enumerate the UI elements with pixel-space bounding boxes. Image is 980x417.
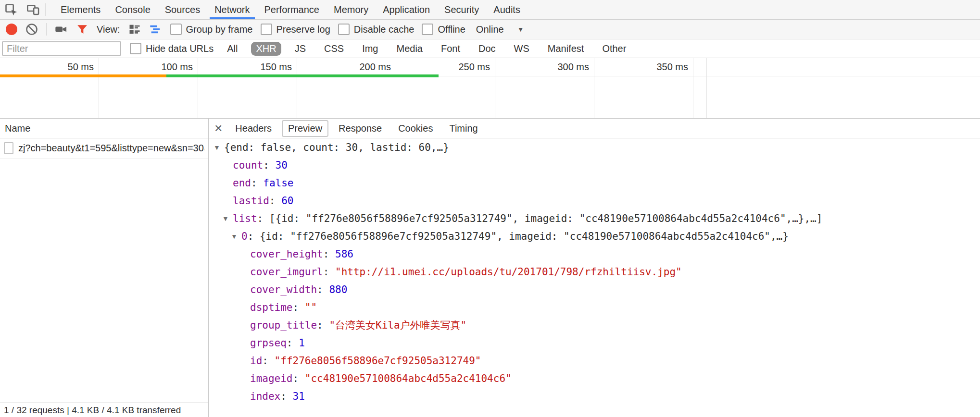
filter-type-other[interactable]: Other xyxy=(597,42,631,56)
preserve-log-checkbox-group[interactable]: Preserve log xyxy=(261,24,330,35)
tab-audits[interactable]: Audits xyxy=(486,0,528,19)
token-name: 0 xyxy=(241,231,248,242)
large-rows-view-icon[interactable] xyxy=(128,23,141,36)
inspect-cursor-icon xyxy=(4,3,18,16)
token-name: dsptime xyxy=(250,302,293,313)
close-icon[interactable]: × xyxy=(214,122,222,135)
filter-type-js[interactable]: JS xyxy=(290,42,311,56)
preview-tree-row: lastid: 60 xyxy=(209,192,980,209)
expand-arrow-icon[interactable]: ▼ xyxy=(231,233,241,240)
summary-bar: 1 / 32 requests | 4.1 KB / 4.1 KB transf… xyxy=(0,403,208,417)
token-num: 586 xyxy=(335,248,353,260)
request-table: Name zj?ch=beauty&t1=595&listtype=new&sn… xyxy=(0,119,209,417)
filter-type-css[interactable]: CSS xyxy=(319,42,349,56)
timeline-overview[interactable]: 50 ms100 ms150 ms200 ms250 ms300 ms350 m… xyxy=(0,58,980,119)
offline-checkbox-group[interactable]: Offline xyxy=(422,24,465,35)
token-name: list xyxy=(233,213,257,224)
token-bool: false xyxy=(263,177,293,189)
filter-type-xhr[interactable]: XHR xyxy=(251,42,281,56)
filter-type-media[interactable]: Media xyxy=(391,42,427,56)
detail-tab-headers[interactable]: Headers xyxy=(229,120,278,137)
token-plain: : xyxy=(287,337,299,349)
overview-band-green xyxy=(166,74,439,77)
inspect-element-button[interactable] xyxy=(0,0,22,19)
filter-funnel-icon[interactable] xyxy=(75,23,89,36)
hide-data-urls-checkbox[interactable] xyxy=(130,43,141,54)
overview-band-orange xyxy=(0,74,166,77)
timeline-tick-label: 50 ms xyxy=(68,61,94,73)
preview-tree-row[interactable]: ▼0: {id: "ff276e8056f58896e7cf92505a3127… xyxy=(209,227,980,245)
preserve-log-label: Preserve log xyxy=(276,24,330,35)
token-plain: : xyxy=(323,266,335,278)
throttling-select[interactable]: Online ▼ xyxy=(476,24,524,35)
expand-arrow-icon[interactable]: ▼ xyxy=(222,215,233,222)
show-overview-waterfall-icon[interactable] xyxy=(149,23,163,36)
clear-button[interactable] xyxy=(25,23,38,36)
throttling-value: Online xyxy=(476,24,504,35)
detail-tab-response[interactable]: Response xyxy=(332,120,388,137)
disable-cache-label: Disable cache xyxy=(354,24,415,35)
preview-tree-row[interactable]: ▼list: [{id: "ff276e8056f58896e7cf92505a… xyxy=(209,209,980,227)
expand-arrow-icon[interactable]: ▼ xyxy=(214,144,224,151)
detail-tab-preview[interactable]: Preview xyxy=(282,120,328,137)
tab-memory[interactable]: Memory xyxy=(327,0,376,19)
hide-data-urls-checkbox-group[interactable]: Hide data URLs xyxy=(130,43,214,54)
filter-type-ws[interactable]: WS xyxy=(509,42,534,56)
capture-screenshots-camera-icon[interactable] xyxy=(54,23,68,36)
token-plain: {end: false, count: 30, lastid: 60,…} xyxy=(224,142,449,153)
request-row[interactable]: zj?ch=beauty&t1=595&listtype=new&sn=30&l… xyxy=(0,138,208,159)
filter-type-manifest[interactable]: Manifest xyxy=(543,42,589,56)
tab-elements[interactable]: Elements xyxy=(53,0,108,19)
preview-tree-row[interactable]: ▼{end: false, count: 30, lastid: 60,…} xyxy=(209,138,980,156)
tab-sources[interactable]: Sources xyxy=(158,0,207,19)
token-str: "" xyxy=(305,302,317,313)
preserve-log-checkbox[interactable] xyxy=(261,24,272,35)
record-button[interactable] xyxy=(6,24,17,35)
tab-performance[interactable]: Performance xyxy=(257,0,327,19)
group-by-frame-checkbox[interactable] xyxy=(170,24,182,35)
detail-tab-timing[interactable]: Timing xyxy=(443,120,484,137)
timeline-end-gridline xyxy=(706,58,707,118)
filter-type-doc[interactable]: Doc xyxy=(474,42,501,56)
device-toolbar-button[interactable] xyxy=(22,0,44,19)
filter-bar: Hide data URLs AllXHRJSCSSImgMediaFontDo… xyxy=(0,39,980,58)
timeline-tick-label: 100 ms xyxy=(161,61,193,73)
token-num: 30 xyxy=(276,159,288,171)
filter-type-font[interactable]: Font xyxy=(436,42,465,56)
detail-pane: × HeadersPreviewResponseCookiesTiming ▼{… xyxy=(209,119,980,417)
name-column-header[interactable]: Name xyxy=(0,119,208,138)
preview-tree-row: end: false xyxy=(209,174,980,192)
tab-application[interactable]: Application xyxy=(376,0,437,19)
tab-security[interactable]: Security xyxy=(437,0,486,19)
token-num: 60 xyxy=(281,195,293,207)
preview-tree-row: imageid: "cc48190e57100864abc4d55a2c4104… xyxy=(209,369,980,387)
timeline-tick-label: 350 ms xyxy=(656,61,688,73)
token-name: lastid xyxy=(233,195,269,207)
filter-type-img[interactable]: Img xyxy=(357,42,383,56)
network-main-area: Name zj?ch=beauty&t1=595&listtype=new&sn… xyxy=(0,119,980,417)
group-by-frame-checkbox-group[interactable]: Group by frame xyxy=(170,24,253,35)
token-plain: : xyxy=(251,177,263,189)
divider xyxy=(45,3,46,16)
token-num: 1 xyxy=(299,337,305,349)
timeline-gridline xyxy=(396,58,396,118)
disable-cache-checkbox-group[interactable]: Disable cache xyxy=(338,24,415,35)
main-tab-strip: ElementsConsoleSourcesNetworkPerformance… xyxy=(53,0,528,19)
filter-input[interactable] xyxy=(2,41,121,56)
request-name: zj?ch=beauty&t1=595&listtype=new&sn=30&l… xyxy=(18,143,204,154)
hide-data-urls-label: Hide data URLs xyxy=(146,43,214,54)
tab-console[interactable]: Console xyxy=(108,0,157,19)
token-plain: : xyxy=(317,319,329,331)
filter-type-all[interactable]: All xyxy=(222,42,242,56)
offline-checkbox[interactable] xyxy=(422,24,433,35)
timeline-gridline xyxy=(495,58,495,118)
preview-tree-row: cover_width: 880 xyxy=(209,281,980,298)
preview-tree-row: index: 31 xyxy=(209,387,980,405)
detail-tab-cookies[interactable]: Cookies xyxy=(392,120,439,137)
token-str: "台湾美女Kila户外唯美写真" xyxy=(329,319,466,332)
disable-cache-checkbox[interactable] xyxy=(338,24,350,35)
view-label: View: xyxy=(97,24,120,35)
token-plain: : [{id: "ff276e8056f58896e7cf92505a31274… xyxy=(257,213,823,224)
tab-network[interactable]: Network xyxy=(207,0,257,19)
token-name: count xyxy=(233,159,263,171)
